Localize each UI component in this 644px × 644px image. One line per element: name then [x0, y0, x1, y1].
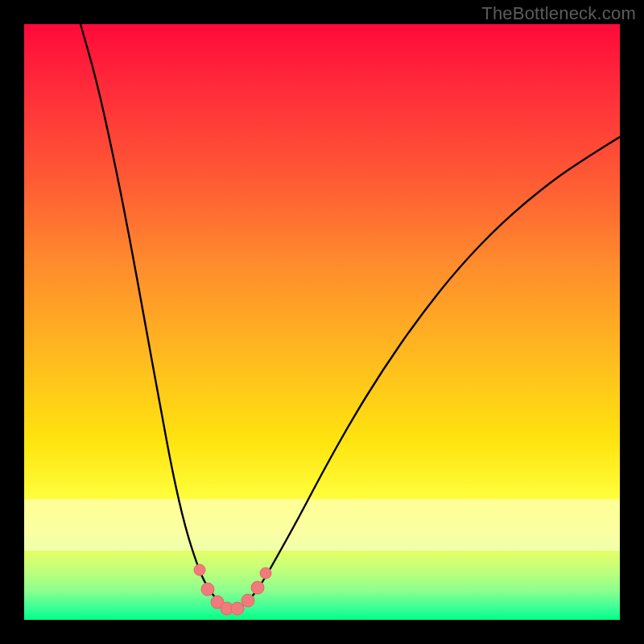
- curve-marker: [231, 602, 244, 615]
- bottleneck-curve-path: [80, 24, 620, 609]
- curve-markers: [194, 564, 271, 615]
- curve-marker: [242, 594, 254, 607]
- chart-frame: TheBottleneck.com: [0, 0, 644, 644]
- bottleneck-curve-svg: [24, 24, 620, 620]
- plot-gradient-area: [24, 24, 620, 620]
- curve-marker: [251, 581, 264, 594]
- curve-marker: [201, 583, 214, 596]
- watermark-text: TheBottleneck.com: [481, 3, 636, 24]
- curve-marker: [194, 564, 205, 576]
- curve-marker: [260, 568, 271, 579]
